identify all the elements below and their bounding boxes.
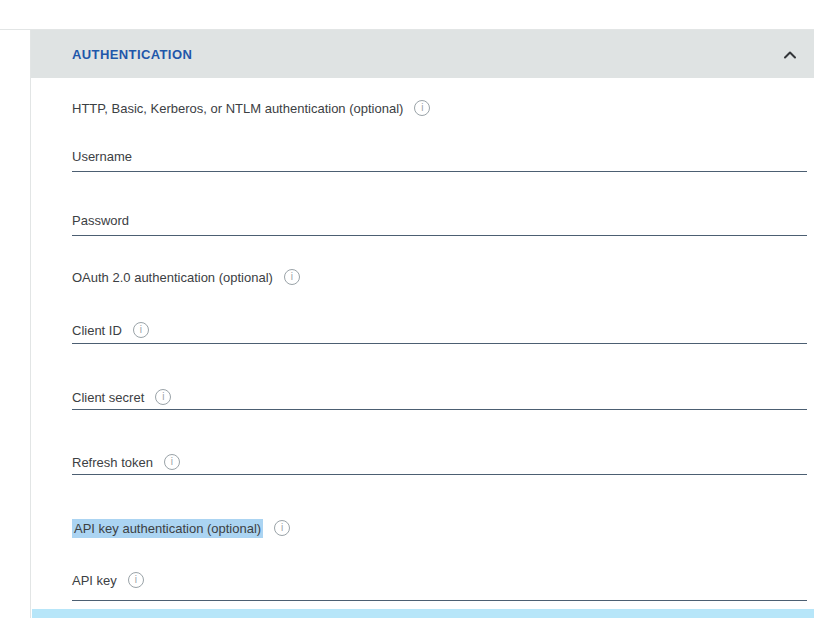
oauth-group-label-row: OAuth 2.0 authentication (optional) i [72, 269, 300, 285]
chevron-up-icon [783, 50, 797, 59]
password-input[interactable] [72, 211, 807, 236]
info-icon[interactable]: i [155, 389, 171, 405]
api-key-input[interactable] [72, 600, 807, 601]
info-icon[interactable]: i [274, 520, 290, 536]
client-secret-label-row: Client secret i [72, 389, 171, 405]
http-auth-group-label-row: HTTP, Basic, Kerberos, or NTLM authentic… [72, 100, 430, 116]
info-icon[interactable]: i [284, 269, 300, 285]
refresh-token-label: Refresh token [72, 455, 153, 470]
username-input[interactable] [72, 147, 807, 172]
client-id-label: Client ID [72, 323, 122, 338]
info-icon[interactable]: i [164, 454, 180, 470]
bottom-highlight-bar [32, 609, 814, 618]
http-auth-group-label: HTTP, Basic, Kerberos, or NTLM authentic… [72, 101, 403, 116]
oauth-group-label: OAuth 2.0 authentication (optional) [72, 270, 273, 285]
api-key-auth-group-label: API key authentication (optional) [72, 519, 263, 538]
refresh-token-input[interactable] [72, 474, 807, 475]
client-secret-label: Client secret [72, 390, 144, 405]
client-id-input[interactable] [72, 343, 807, 344]
info-icon[interactable]: i [128, 572, 144, 588]
info-icon[interactable]: i [133, 322, 149, 338]
refresh-token-label-row: Refresh token i [72, 454, 180, 470]
section-title: AUTHENTICATION [72, 47, 192, 62]
authentication-settings-page: AUTHENTICATION HTTP, Basic, Kerberos, or… [0, 0, 814, 618]
api-key-label: API key [72, 573, 117, 588]
authentication-section-header[interactable]: AUTHENTICATION [31, 30, 814, 78]
collapse-section-button[interactable] [778, 42, 802, 66]
api-key-label-row: API key i [72, 572, 144, 588]
client-id-label-row: Client ID i [72, 322, 149, 338]
panel-left-border [30, 29, 31, 618]
client-secret-input[interactable] [72, 409, 807, 410]
api-key-auth-group-label-row: API key authentication (optional) i [72, 520, 290, 536]
info-icon[interactable]: i [414, 100, 430, 116]
